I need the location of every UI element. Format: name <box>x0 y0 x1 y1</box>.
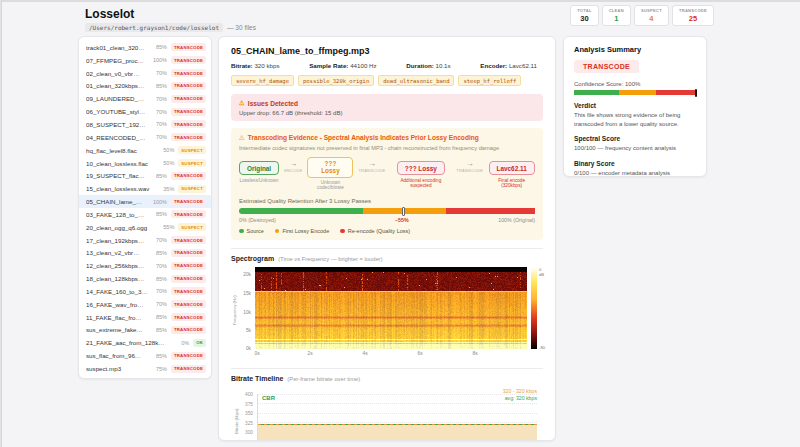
file-score-percent: 85% <box>156 353 167 359</box>
stat-box: SUSPECT 4 <box>634 5 669 26</box>
file-row[interactable]: 20_clean_ogg_q6.ogg 55% SUSPECT <box>79 221 211 234</box>
retention-segment <box>239 208 363 214</box>
file-row[interactable]: 10_clean_lossless.flac 50% SUSPECT <box>79 157 211 170</box>
stat-value: 4 <box>641 14 662 23</box>
file-row[interactable]: 17_clean_192kbps… 70% TRANSCODE <box>79 234 211 247</box>
bitrate-chart: Bitrate (kbps) 400375350325300275250 CBR… <box>231 387 543 441</box>
codec-caption: Lossless/Unknown <box>239 178 279 183</box>
file-status-badge: SUSPECT <box>178 185 206 193</box>
meta-item: Duration: 10.1s <box>406 62 450 69</box>
file-row[interactable]: 16_FAKE_wav_fro… 70% TRANSCODE <box>79 298 211 311</box>
file-status-badge: TRANSCODE <box>171 108 206 116</box>
retention-marker <box>402 207 405 216</box>
file-score-percent: 85% <box>156 327 167 333</box>
codec-chain: → Original Lossless/Unknown → ENCODE <box>239 157 535 191</box>
file-row[interactable]: 21_FAKE_aac_from_128k… 0% OK <box>79 336 211 349</box>
file-meta-row: Bitrate: 320 kbps Sample Rate: 44100 Hz … <box>231 62 543 69</box>
y-tick: 15k <box>231 291 251 296</box>
chain-arrow: → ENCODE <box>284 157 302 173</box>
stat-label: SUSPECT <box>641 8 662 13</box>
diagnostic-tags: severe_hf_damage possible_320k_origin de… <box>231 75 543 86</box>
file-row[interactable]: 18_clean_128kbps… 85% TRANSCODE <box>79 272 211 285</box>
file-score-percent: 35% <box>163 186 174 192</box>
file-row[interactable]: 14_FAKE_160_to_3… 70% TRANSCODE <box>79 285 211 298</box>
file-row[interactable]: 12_clean_256kbps… 70% TRANSCODE <box>79 259 211 272</box>
y-tick: 5k <box>231 328 251 333</box>
bitrate-plot-area: CBR 320 - 320 kbps avg: 320 kbps <box>257 394 537 441</box>
header-stats: TOTAL 30 CLEAN 1 SUSPECT 4 TRANSCODE 25 <box>570 5 714 26</box>
stat-box: TOTAL 30 <box>570 5 598 26</box>
diagnostic-tag: dead_ultrasonic_band <box>378 75 454 86</box>
stat-label: TOTAL <box>577 8 591 13</box>
analysis-summary-panel: Analysis Summary TRANSCODE Confidence Sc… <box>563 36 707 177</box>
file-row[interactable]: sus_flac_from_96… 85% TRANSCODE <box>79 349 211 362</box>
file-row[interactable]: 06_YOUTUBE_styl… 70% TRANSCODE <box>79 105 211 118</box>
file-name: 05_CHAIN_lame_… <box>86 198 150 205</box>
file-row[interactable]: suspect.mp3 75% TRANSCODE <box>79 362 211 375</box>
file-score-percent: 70% <box>156 134 167 140</box>
file-row[interactable]: 02_clean_v0_vbr… 70% TRANSCODE <box>79 67 211 80</box>
codec-box: ??? Lossy <box>307 157 353 178</box>
file-score-percent: 85% <box>156 250 167 256</box>
codec-caption: Unknown codec/bitrate <box>307 180 353 190</box>
chain-step: → TRANSCODE Lavc62.11 Final encode (320k… <box>451 157 535 188</box>
file-row[interactable]: 08_SUSPECT_192… 70% TRANSCODE <box>79 118 211 131</box>
file-name: 21_FAKE_aac_from_128k… <box>86 339 178 346</box>
file-score-percent: 75% <box>156 366 167 372</box>
meta-value: 44100 Hz <box>350 62 377 69</box>
codec-box: Lavc62.11 <box>489 161 535 175</box>
y-tick: 375 <box>231 401 253 406</box>
y-tick: 10k <box>231 310 251 315</box>
file-row[interactable]: 09_LAUNDERED_… 70% TRANSCODE <box>79 92 211 105</box>
file-row[interactable]: 11_FAKE_flac_fro… 85% TRANSCODE <box>79 311 211 324</box>
spectrogram-heatmap <box>255 267 527 349</box>
gridline <box>258 403 537 404</box>
file-status-badge: TRANSCODE <box>171 236 206 244</box>
retention-legend: Source First Lossy Encode Re-encode (Qua… <box>239 228 535 234</box>
file-score-percent: 70% <box>156 109 167 115</box>
legend-label: Re-encode (Quality Loss) <box>348 228 410 234</box>
file-row[interactable]: 13_clean_v2_vbr… 85% TRANSCODE <box>79 247 211 260</box>
spectrogram-section: Spectrogram (Time vs Frequency — brighte… <box>231 248 543 360</box>
x-tick: 4s <box>362 351 367 356</box>
bitrate-avg-label: avg: 320 kbps <box>503 395 537 402</box>
legend-dot-icon <box>275 229 280 234</box>
file-row[interactable]: track01_clean_320… 85% TRANSCODE <box>79 41 211 54</box>
stat-label: TRANSCODE <box>679 8 707 13</box>
file-row[interactable]: sus_extreme_fake… 85% TRANSCODE <box>79 324 211 337</box>
stat-value: 25 <box>679 14 707 23</box>
file-status-badge: TRANSCODE <box>171 198 206 206</box>
file-status-badge: TRANSCODE <box>171 352 206 360</box>
file-name: hq_flac_level8.flac <box>86 147 160 154</box>
file-name: 06_YOUTUBE_styl… <box>86 108 153 115</box>
file-row[interactable]: 05_CHAIN_lame_… 100% TRANSCODE <box>79 195 211 208</box>
file-row[interactable]: 03_FAKE_128_to_… 85% TRANSCODE <box>79 208 211 221</box>
file-row[interactable]: 19_SUSPECT_flac… 85% TRANSCODE <box>79 169 211 182</box>
spectrogram-colorbar <box>531 267 537 349</box>
legend-label: First Lossy Encode <box>282 228 329 234</box>
y-tick: 300 <box>231 430 253 435</box>
retention-title: Estimated Quality Retention After 3 Loss… <box>239 198 535 204</box>
file-row[interactable]: hq_flac_level8.flac 50% SUSPECT <box>79 144 211 157</box>
bitrate-area-fill <box>258 424 537 441</box>
file-row[interactable]: 07_FFMPEG_proc… 100% TRANSCODE <box>79 54 211 67</box>
arrow-right-icon: → <box>456 160 483 167</box>
binary-score-text: 0/100 — encoder metadata analysis <box>574 169 696 178</box>
file-status-badge: SUSPECT <box>178 146 206 154</box>
issues-title: ⚠ Issues Detected <box>239 99 535 107</box>
meta-label: Duration: <box>406 62 434 69</box>
file-row[interactable]: 04_REENCODED_… 70% TRANSCODE <box>79 131 211 144</box>
file-row[interactable]: 01_clean_320kbps… 85% TRANSCODE <box>79 80 211 93</box>
file-status-badge: TRANSCODE <box>171 120 206 128</box>
warning-triangle-icon: ⚠ <box>239 134 245 142</box>
gridline <box>258 413 537 414</box>
file-status-badge: TRANSCODE <box>171 287 206 295</box>
chain-arrow: → TRANSCODE <box>358 157 385 173</box>
scan-path: /Users/robert.grayson1/code/losselot <box>85 23 223 32</box>
codec-caption: Final encode (320kbps) <box>488 178 535 188</box>
file-row[interactable]: 15_clean_lossless.wav 35% SUSPECT <box>79 182 211 195</box>
legend-item: Re-encode (Quality Loss) <box>340 228 410 234</box>
file-score-percent: 85% <box>156 276 167 282</box>
bitrate-mode-label: CBR <box>262 395 275 401</box>
breadcrumb: /Users/robert.grayson1/code/losselot — 3… <box>85 23 256 32</box>
